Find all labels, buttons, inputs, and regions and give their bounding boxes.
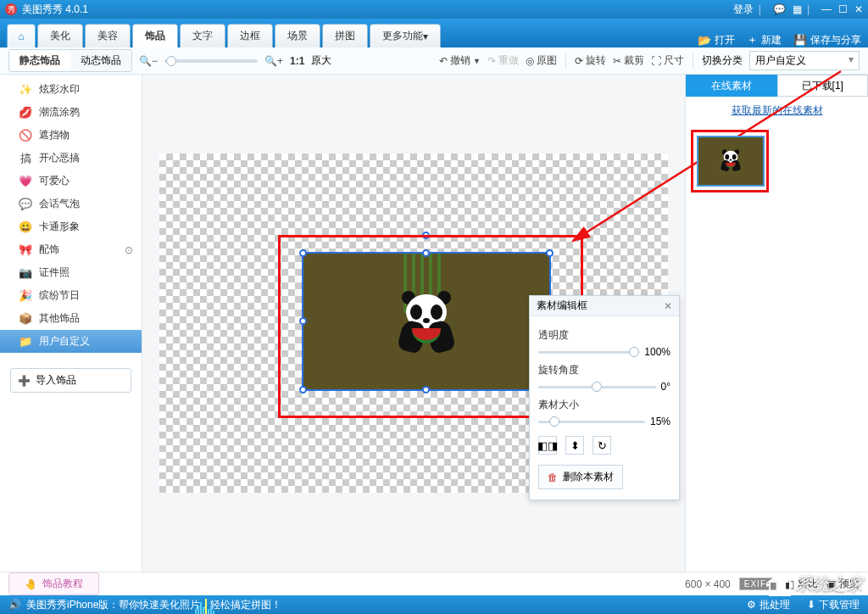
exif-badge[interactable]: EXIF▸ [739,578,776,590]
canvas-dimensions: 600 × 400 [685,578,731,590]
options-icon[interactable]: ▦ [793,3,802,15]
switch-category-label: 切换分类 [702,53,743,68]
rotate-label: 旋转角度 [538,363,670,377]
static-ornament-tab[interactable]: 静态饰品 [9,50,70,71]
sidebar-item-3[interactable]: 搞开心恶搞 [0,147,142,170]
speaker-icon: 🔊 [8,599,21,611]
sidebar-item-9[interactable]: 🎉缤纷节日 [0,284,142,307]
tab-collage[interactable]: 拼图 [322,24,368,47]
chevron-icon: ⊙ [125,244,133,256]
sidebar-item-2[interactable]: 🚫遮挡物 [0,124,142,147]
sidebar-item-label: 用户自定义 [39,334,90,349]
tab-frame[interactable]: 边框 [227,24,273,47]
flip-vertical-icon[interactable]: ⬍ [565,436,584,455]
download-manager-button[interactable]: ⬇下载管理 [807,598,860,612]
login-link[interactable]: 登录 [733,3,754,17]
selection-box[interactable] [302,252,551,391]
redo-button: ↷重做 [487,53,519,68]
sidebar-item-0[interactable]: ✨炫彩水印 [0,78,142,101]
tab-ornament[interactable]: 饰品 [132,24,178,47]
undo-button[interactable]: ↶撤销▼ [439,53,481,68]
sidebar-item-icon: 💋 [19,106,32,120]
minimize-icon[interactable]: — [821,3,832,15]
canvas-area[interactable]: 素材编辑框 ✕ 透明度 100% 旋转角度 0° 素材大小 15% [142,75,685,572]
original-button[interactable]: ◎原图 [526,53,557,68]
toolbar: 静态饰品 动态饰品 🔍− 🔍+ 1:1 原大 ↶撤销▼ ↷重做 ◎原图 ⟳旋转 … [0,47,868,75]
panel-close-icon[interactable]: ✕ [664,300,672,312]
sidebar-item-8[interactable]: 📷证件照 [0,261,142,284]
close-icon[interactable]: ✕ [854,3,863,15]
sidebar-item-label: 会话气泡 [39,197,80,211]
save-icon: 💾 [793,34,807,47]
sidebar-item-icon: 🎀 [19,243,32,257]
rotate-button[interactable]: ⟳旋转 [575,53,606,68]
sidebar-item-6[interactable]: 😀卡通形象 [0,215,142,238]
zoom-in-icon[interactable]: 🔍+ [264,55,283,67]
size-icon: ⛶ [651,55,661,67]
flip-horizontal-icon[interactable]: ◧◨ [538,436,557,455]
opacity-value: 100% [644,346,670,358]
batch-button[interactable]: ⚙批处理 [747,598,790,612]
material-thumbnail[interactable] [697,136,765,187]
sidebar-item-icon: 💬 [19,198,32,211]
sidebar-item-label: 遮挡物 [39,128,70,142]
size-label: 素材大小 [538,398,670,412]
zoom-slider[interactable] [164,59,258,63]
tab-beautify[interactable]: 美化 [37,24,83,47]
sidebar-item-5[interactable]: 💬会话气泡 [0,193,142,215]
sidebar-item-10[interactable]: 📦其他饰品 [0,307,142,330]
rotate-slider[interactable] [538,386,656,388]
batch-icon: ⚙ [747,599,756,611]
tab-text[interactable]: 文字 [180,24,225,47]
sidebar-item-label: 炫彩水印 [39,82,80,97]
delete-material-button[interactable]: 🗑 删除本素材 [538,465,623,489]
preview-icon: ▣ [826,578,836,590]
sidebar-item-icon: ✨ [19,83,32,97]
sidebar-item-icon: 💗 [19,175,32,188]
eye-icon: ◎ [526,55,534,67]
rotate-handle[interactable] [422,232,430,239]
rotate-icon: ⟳ [575,55,583,67]
download-icon: ⬇ [807,599,815,611]
feedback-icon[interactable]: 💬 [773,3,786,15]
opacity-slider[interactable] [538,351,639,354]
zoom-original[interactable]: 原大 [311,53,331,68]
new-button[interactable]: ＋新建 [747,32,782,47]
home-tab[interactable]: ⌂ [7,24,36,47]
preview-button[interactable]: ▣预览 [826,577,860,591]
size-button[interactable]: ⛶尺寸 [651,53,684,68]
redo-icon: ↷ [487,55,496,67]
sidebar-item-11[interactable]: 📁用户自定义 [0,330,142,353]
bottom-bar: 🤚 饰品教程 600 × 400 EXIF▸ ◧对比 ▣预览 [0,572,868,595]
tab-more[interactable]: 更多功能 ▾ [370,24,441,47]
reset-icon[interactable]: ↻ [593,436,611,455]
size-value: 15% [650,416,670,427]
online-materials-tab[interactable]: 在线素材 [686,75,777,97]
zoom-out-icon[interactable]: 🔍− [139,55,158,67]
trash-icon: 🗑 [548,472,558,483]
import-ornament-button[interactable]: ➕ 导入饰品 [10,368,131,393]
sidebar-item-icon: 🎉 [19,289,32,303]
annotation-box-thumb [691,130,769,193]
sidebar-item-icon: 😀 [19,220,32,234]
get-latest-link[interactable]: 获取最新的在线素材 [732,104,823,116]
tab-scene[interactable]: 场景 [275,24,320,47]
crop-button[interactable]: ✂裁剪 [613,53,644,68]
title-bar: 秀 美图秀秀 4.0.1 登录 | 💬 ▦ | — ☐ ✕ [0,0,868,19]
tab-cosmetic[interactable]: 美容 [85,24,131,47]
size-slider[interactable] [538,421,645,423]
downloaded-tab[interactable]: 已下载[1] [777,75,869,97]
open-button[interactable]: 📂打开 [698,33,735,47]
dynamic-ornament-tab[interactable]: 动态饰品 [70,50,131,71]
sidebar-item-label: 缤纷节日 [39,288,80,303]
tutorial-button[interactable]: 🤚 饰品教程 [8,572,99,595]
maximize-icon[interactable]: ☐ [838,3,848,15]
save-share-button[interactable]: 💾保存与分享 [793,33,861,47]
sidebar-item-4[interactable]: 💗可爱心 [0,170,142,193]
sidebar-item-1[interactable]: 💋潮流涂鸦 [0,101,142,124]
category-select[interactable]: 用户自定义 [749,51,860,70]
menu-bar: ⌂ 美化 美容 饰品 文字 边框 场景 拼图 更多功能 ▾ 📂打开 ＋新建 💾保… [0,19,868,47]
panel-title: 素材编辑框 [537,299,587,313]
compare-button[interactable]: ◧对比 [785,577,818,591]
sidebar-item-7[interactable]: 🎀配饰⊙ [0,238,142,261]
